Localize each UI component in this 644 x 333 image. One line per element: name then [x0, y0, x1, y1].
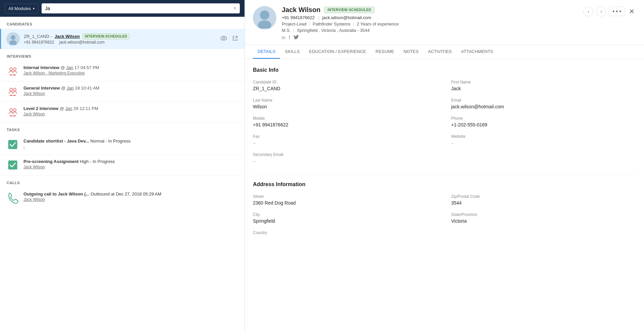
field-phone: Phone +1-202-555-0169	[451, 116, 636, 127]
field-city: City Springfield	[253, 212, 438, 224]
interview-icon	[7, 86, 19, 98]
field-email: Email jack.wilson@hotmail.com	[451, 98, 636, 109]
phone-icon	[7, 191, 19, 204]
svg-point-19	[258, 20, 271, 29]
section-divider	[253, 174, 636, 175]
basic-info-fields: Candidate ID ZR_1_CAND First Name Jack L…	[253, 80, 636, 164]
call-details: Outgoing call to Jack Wilson (... Outbou…	[23, 191, 161, 202]
interview-name: Level 2 Interview	[23, 106, 58, 111]
interview-title: Internal Interview @ Jan 17 04:57 PM	[23, 65, 238, 70]
svg-rect-17	[8, 161, 17, 170]
interviews-section-header: INTERVIEWS	[0, 49, 245, 61]
interview-details: General Interview @ Jan 18 10:41 AM Jack…	[23, 86, 238, 96]
task-item[interactable]: Candidate shortlist - Java Dev... Normal…	[0, 134, 245, 155]
svg-rect-15	[13, 115, 16, 116]
interview-item[interactable]: General Interview @ Jan 18 10:41 AM Jack…	[0, 81, 245, 102]
twitter-icon[interactable]	[293, 35, 299, 41]
field-first-name: First Name Jack	[451, 80, 636, 91]
field-secondary-email: Secondary Email –	[253, 152, 438, 164]
svg-point-0	[11, 35, 15, 40]
header-status-badge: INTERVIEW-SCHEDULED	[324, 7, 374, 13]
field-last-name: Last Name Wilson	[253, 98, 438, 109]
header-city: Springfield	[297, 28, 317, 33]
tab-activities[interactable]: ACTIVITIES	[423, 45, 457, 59]
tab-skills[interactable]: SKILLS	[280, 45, 304, 59]
header-email: jack.wilson@hotmail.com	[322, 15, 371, 20]
next-button[interactable]: ›	[596, 6, 606, 16]
preview-button[interactable]	[219, 35, 228, 43]
tab-attachments[interactable]: ATTACHMENTS	[457, 45, 498, 59]
social-icons: in f	[282, 35, 578, 41]
interview-item[interactable]: Level 2 Interview @ Jan 29 12:11 PM Jack…	[0, 102, 245, 122]
interview-name: Internal Interview	[23, 65, 59, 70]
interview-name: General Interview	[23, 86, 60, 91]
task-sub: Jack Wilson	[23, 165, 115, 169]
candidate-info: ZR_1_CAND - Jack Wilson INTERVIEW-SCHEDU…	[24, 34, 215, 45]
header-experience: 2 Years of experience	[357, 21, 399, 26]
header-avatar	[253, 6, 276, 30]
svg-point-12	[10, 109, 12, 111]
svg-rect-7	[13, 74, 16, 75]
basic-info-title: Basic Info	[253, 67, 636, 73]
tab-notes[interactable]: NOTES	[399, 45, 423, 59]
svg-rect-6	[10, 74, 12, 75]
field-candidate-id: Candidate ID ZR_1_CAND	[253, 80, 438, 91]
call-title: Outgoing call to Jack Wilson (... Outbou…	[23, 191, 161, 197]
candidate-contact: +91 9941876622 jack.wilson@hotmail.com	[24, 40, 215, 45]
header-location: M.S. | Springfield , Victoria , Australi…	[282, 28, 578, 33]
tab-education-experience[interactable]: EDUCATION / EXPERIENCE	[304, 45, 371, 59]
svg-point-18	[260, 10, 269, 20]
interview-at: @ Jan 17 04:57 PM	[61, 65, 99, 70]
task-details: Pre-screening Assignment High - In Progr…	[23, 159, 115, 169]
detail-tabs: DETAILS SKILLS EDUCATION / EXPERIENCE RE…	[245, 45, 644, 59]
field-country: Country	[253, 230, 438, 236]
facebook-icon[interactable]: f	[289, 35, 290, 41]
open-button[interactable]	[231, 34, 239, 44]
candidate-result-row[interactable]: ZR_1_CAND - Jack Wilson INTERVIEW-SCHEDU…	[0, 29, 245, 49]
svg-point-8	[10, 88, 12, 91]
task-item[interactable]: Pre-screening Assignment High - In Progr…	[0, 155, 245, 175]
address-info-fields: Street 2360 Red Dog Road Zip/Postal Code…	[253, 194, 636, 236]
candidate-status-badge: INTERVIEW-SCHEDULED	[83, 34, 129, 39]
details-content: Basic Info Candidate ID ZR_1_CAND First …	[245, 59, 644, 333]
header-candidate-name: Jack Wilson	[282, 6, 320, 14]
more-options-button[interactable]: • • •	[609, 7, 625, 16]
svg-rect-14	[10, 115, 12, 116]
header-contact: +91 9941876622 | jack.wilson@hotmail.com	[282, 15, 578, 20]
task-title: Candidate shortlist - Java Dev... Normal…	[23, 138, 130, 144]
interview-sub: Jack Wilson	[23, 112, 238, 116]
task-details: Candidate shortlist - Java Dev... Normal…	[23, 138, 130, 149]
tab-resume[interactable]: RESUME	[371, 45, 399, 59]
header-state: , Victoria , Australia - 3544	[319, 28, 370, 33]
task-sub: -	[23, 144, 130, 149]
search-input[interactable]: Ja	[45, 6, 233, 11]
interview-sub: Jack Wilson	[23, 91, 238, 96]
clear-search-button[interactable]: ×	[233, 5, 236, 11]
search-bar: All Modules ▾ Ja ×	[0, 0, 245, 17]
svg-rect-11	[13, 95, 16, 96]
chevron-down-icon: ▾	[33, 7, 35, 10]
header-actions: ‹ › • • • ✕	[583, 6, 636, 17]
tab-details[interactable]: DETAILS	[253, 45, 280, 59]
interview-title: General Interview @ Jan 18 10:41 AM	[23, 86, 238, 91]
header-phone: +91 9941876622	[282, 15, 315, 20]
header-company: Pathfinder Systems	[313, 21, 351, 26]
svg-point-3	[223, 37, 225, 39]
header-role: Project-Lead	[282, 21, 307, 26]
module-selector[interactable]: All Modules ▾	[5, 4, 38, 13]
interview-item[interactable]: Internal Interview @ Jan 17 04:57 PM Jac…	[0, 61, 245, 81]
close-button[interactable]: ✕	[628, 6, 636, 17]
linkedin-icon[interactable]: in	[282, 35, 285, 41]
svg-rect-16	[8, 140, 17, 149]
previous-button[interactable]: ‹	[583, 6, 593, 16]
field-street: Street 2360 Red Dog Road	[253, 194, 438, 206]
field-website: Website –	[451, 134, 636, 146]
field-fax: Fax –	[253, 134, 438, 146]
candidate-id: ZR_1_CAND -	[24, 34, 52, 39]
calls-section-header: CALLS	[0, 175, 245, 187]
call-item[interactable]: Outgoing call to Jack Wilson (... Outbou…	[0, 187, 245, 208]
header-info: Jack Wilson INTERVIEW-SCHEDULED +91 9941…	[282, 6, 578, 41]
svg-point-1	[9, 40, 17, 45]
address-info-title: Address Information	[253, 181, 636, 187]
interview-at: @ Jan 18 10:41 AM	[61, 86, 99, 91]
